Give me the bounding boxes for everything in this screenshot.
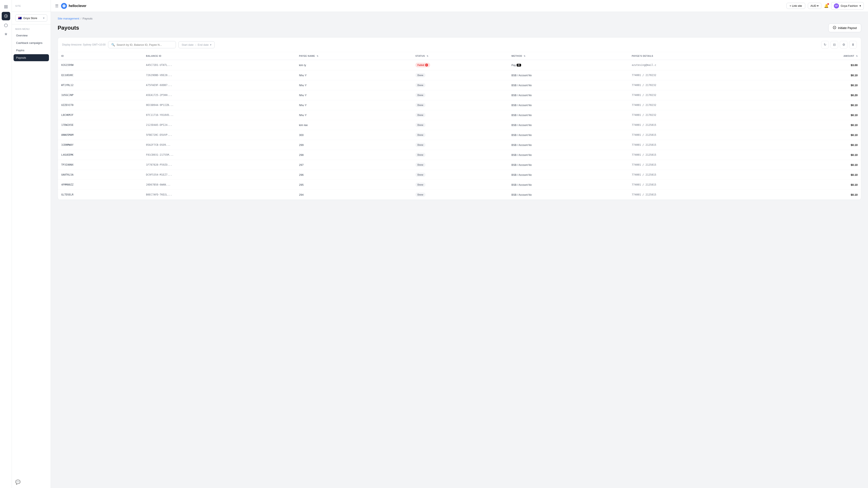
search-box[interactable]: 🔍 — [108, 41, 176, 48]
col-payee-name[interactable]: PAYEE NAME ⇅ — [296, 52, 412, 60]
initiate-payout-button[interactable]: Initiate Payout — [828, 24, 861, 32]
cell-amount: $0.20 — [768, 90, 861, 100]
status-badge-done: Done — [415, 83, 426, 87]
table-row[interactable]: 4FMM80ZZ 20D67B58-6WAN... 295 Done BSB /… — [58, 180, 861, 190]
date-range-picker[interactable]: Start date – End date ▾ — [179, 41, 215, 48]
cell-amount: $0.10 — [768, 170, 861, 180]
cell-id: TP3I00NX — [58, 160, 143, 170]
table-row[interactable]: 17DW2X5E 2123D4A5-DPI24... kim lee Done … — [58, 120, 861, 130]
table-row[interactable]: UA0TKL5A DC9F5354-M1EZ7... 296 Done BSB … — [58, 170, 861, 180]
cell-amount: $0.10 — [768, 140, 861, 150]
col-method[interactable]: METHOD ⇅ — [508, 52, 628, 60]
cell-method: BSB / Account No — [508, 120, 628, 130]
method-cell: BSB / Account No — [512, 114, 532, 117]
page-title: Payouts — [58, 25, 79, 31]
method-cell: BSB / Account No — [512, 74, 532, 77]
status-badge-done: Done — [415, 93, 426, 97]
filter-button[interactable]: ⊟ — [831, 41, 838, 48]
site-section-label: SITE — [15, 5, 21, 7]
svg-rect-0 — [4, 5, 5, 6]
user-name: Goya Fashion — [841, 4, 858, 7]
cell-amount: $0.10 — [768, 120, 861, 130]
cell-method: BSB / Account No — [508, 80, 628, 90]
filter-icon: ⊟ — [833, 43, 836, 46]
sidebar-icon-analytics[interactable] — [2, 21, 10, 30]
cell-id: UA0TKL5A — [58, 170, 143, 180]
cell-amount: $0.10 — [768, 150, 861, 160]
sidebar-item-cashback[interactable]: Cashback campaigns — [13, 39, 49, 46]
table-row[interactable]: Q11UEU0C 72629DBD-VDE28... Nhu Y Done BS… — [58, 70, 861, 80]
cell-payee-name: 300 — [296, 130, 412, 140]
cell-status: Done — [412, 130, 508, 140]
status-badge-done: Done — [415, 173, 426, 177]
cell-id: ANWU5MAM — [58, 130, 143, 140]
download-button[interactable]: ⬇ — [849, 41, 857, 48]
col-id: ID — [58, 52, 143, 60]
site-selector[interactable]: 🇦🇺 Goya Store ▾ — [15, 14, 47, 22]
cell-balance-id: 1F787828-P59ZO... — [143, 160, 296, 170]
cell-status: Done — [412, 140, 508, 150]
cell-amount: $0.10 — [768, 130, 861, 140]
pay-id-badge: ID — [517, 64, 521, 66]
table-row[interactable]: WT1YRL12 A75FAE9F-6ODB7... Nhu Y Done BS… — [58, 80, 861, 90]
notification-button[interactable]: 🔔 — [824, 4, 829, 8]
badge-info-icon: i — [425, 64, 428, 66]
sidebar-item-overview[interactable]: Overview — [13, 32, 49, 39]
cell-payee-details: 774001 / 2125815 — [628, 140, 768, 150]
cell-balance-id: 5FBE720C-D5UVP... — [143, 130, 296, 140]
search-input[interactable] — [117, 43, 173, 46]
sidebar-icon-grid[interactable] — [2, 3, 10, 11]
table-row[interactable]: HJG1599W A45C72D1-UTATL... kim ly Failed… — [58, 60, 861, 70]
col-amount[interactable]: AMOUNT ⇅ — [768, 52, 861, 60]
svg-rect-3 — [6, 7, 7, 8]
col-status[interactable]: STATUS ⇅ — [412, 52, 508, 60]
cell-payee-name: 294 — [296, 190, 412, 200]
table-row[interactable]: TP3I00NX 1F787828-P59ZO... 297 Done BSB … — [58, 160, 861, 170]
user-avatar: GF — [834, 3, 839, 8]
link-site-button[interactable]: + Link site — [786, 3, 805, 9]
column-settings-button[interactable]: ⚙ — [840, 41, 847, 48]
cell-status: Done — [412, 120, 508, 130]
menu-toggle-icon[interactable]: ☰ — [55, 4, 59, 8]
status-badge-failed: Failed i — [415, 63, 430, 67]
sidebar-item-payouts[interactable]: Payouts — [13, 54, 49, 61]
user-menu-button[interactable]: GF Goya Fashion ▾ — [831, 2, 864, 10]
cell-id: UZZEV1T8 — [58, 100, 143, 110]
cell-payee-name: kim lee — [296, 120, 412, 130]
table-row[interactable]: L8CHKMJF 07C11716-Y018VD... Nhu Y Done B… — [58, 110, 861, 120]
cell-status: Done — [412, 80, 508, 90]
cell-method: BSB / Account No — [508, 160, 628, 170]
table-row[interactable]: GLTD5ELR B0EC7AFD-TKD2L... 294 Done BSB … — [58, 190, 861, 200]
cell-balance-id: A5EA1725-2P3HH... — [143, 90, 296, 100]
table-row[interactable]: 1U5GCJNP A5EA1725-2P3HH... Nhu Y Done BS… — [58, 90, 861, 100]
download-icon: ⬇ — [852, 43, 855, 46]
support-icon[interactable]: 💬 — [15, 480, 21, 484]
cell-balance-id: A45C72D1-UTATL... — [143, 60, 296, 70]
cell-payee-details: 774001 / 2125815 — [628, 130, 768, 140]
cell-balance-id: 0EC6B944-9P1IZB... — [143, 100, 296, 110]
currency-selector[interactable]: AUD ▾ — [808, 3, 822, 9]
table-row[interactable]: L4GUEEMK F01CB931-21755M... 298 Done BSB… — [58, 150, 861, 160]
table-row[interactable]: UZZEV1T8 0EC6B944-9P1IZB... Nhu Y Done B… — [58, 100, 861, 110]
table-row[interactable]: ANWU5MAM 5FBE720C-D5UVP... 300 Done BSB … — [58, 130, 861, 140]
cell-balance-id: 2123D4A5-DPI24... — [143, 120, 296, 130]
sidebar-icon-settings[interactable] — [2, 31, 10, 39]
brand-name: helloclever — [69, 4, 87, 8]
breadcrumb-site-management[interactable]: Site management — [58, 17, 79, 20]
cell-amount: $0.10 — [768, 100, 861, 110]
table-row[interactable]: 3JDNMWAY 05A2F7CB-OSO9... 299 Done BSB /… — [58, 140, 861, 150]
cell-status: Done — [412, 160, 508, 170]
cell-method: BSB / Account No — [508, 100, 628, 110]
topbar: ☰ helloclever + Link site AUD ▾ 🔔 — [51, 0, 868, 12]
status-badge-done: Done — [415, 183, 426, 187]
cell-method: BSB / Account No — [508, 110, 628, 120]
sort-amount-icon: ⇅ — [856, 55, 858, 57]
sidebar-icon-payouts[interactable] — [2, 12, 10, 20]
refresh-button[interactable]: ↻ — [821, 41, 829, 48]
sidebar-item-payins[interactable]: Payins — [13, 47, 49, 54]
cell-id: HJG1599W — [58, 60, 143, 70]
table-toolbar: Display timezone: Sydney GMT+10:00 🔍 Sta… — [58, 37, 861, 52]
cell-status: Failed i — [412, 60, 508, 70]
cell-payee-name: Nhu Y — [296, 80, 412, 90]
cell-balance-id: 07C11716-Y018VD... — [143, 110, 296, 120]
